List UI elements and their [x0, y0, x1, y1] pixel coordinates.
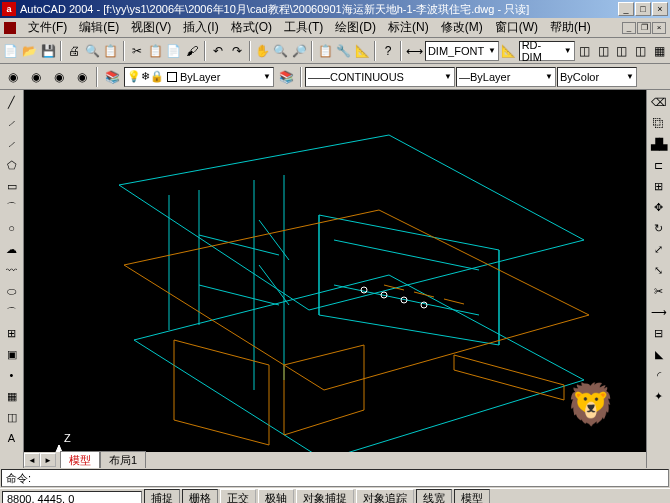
scroll-right[interactable]: ►	[40, 453, 56, 467]
extend-icon[interactable]: ⟶	[649, 302, 669, 322]
polygon-icon[interactable]: ⬠	[2, 155, 22, 175]
dimstyle-combo[interactable]: DIM_FONT▼	[425, 41, 499, 61]
zoom2-icon[interactable]: 🔎	[291, 40, 309, 62]
point-icon[interactable]: •	[2, 365, 22, 385]
match-icon[interactable]: 🖌	[184, 40, 202, 62]
tb1-icon[interactable]: ◫	[576, 40, 594, 62]
linetype-combo[interactable]: —— CONTINUOUS▼	[305, 67, 455, 87]
redo-icon[interactable]: ↷	[228, 40, 246, 62]
print-icon[interactable]: 🖨	[65, 40, 83, 62]
hatch-icon[interactable]: ▦	[2, 386, 22, 406]
layer4-icon[interactable]: ◉	[71, 66, 93, 88]
chamfer-icon[interactable]: ◣	[649, 344, 669, 364]
drawing-canvas[interactable]: Z X Y 🦁 ◄ ► 模型 布局1	[24, 90, 646, 468]
dimstyle2-combo[interactable]: RD-DIM▼	[519, 41, 575, 61]
mdi-close[interactable]: ×	[652, 22, 666, 34]
color-combo[interactable]: ByColor▼	[557, 67, 637, 87]
menu-draw[interactable]: 绘图(D)	[329, 17, 382, 38]
grid-toggle[interactable]: 栅格	[182, 489, 218, 503]
menu-insert[interactable]: 插入(I)	[177, 17, 224, 38]
erase-icon[interactable]: ⌫	[649, 92, 669, 112]
scroll-left[interactable]: ◄	[24, 453, 40, 467]
preview-icon[interactable]: 🔍	[84, 40, 102, 62]
paste-icon[interactable]: 📄	[165, 40, 183, 62]
lwt-toggle[interactable]: 线宽	[416, 489, 452, 503]
fillet-icon[interactable]: ◜	[649, 365, 669, 385]
snap-toggle[interactable]: 捕捉	[144, 489, 180, 503]
menu-dimension[interactable]: 标注(N)	[382, 17, 435, 38]
menu-view[interactable]: 视图(V)	[125, 17, 177, 38]
menu-modify[interactable]: 修改(M)	[435, 17, 489, 38]
dim2-icon[interactable]: 📐	[500, 40, 518, 62]
text-icon[interactable]: A	[2, 428, 22, 448]
mirror-icon[interactable]: ▟▙	[649, 134, 669, 154]
undo-icon[interactable]: ↶	[209, 40, 227, 62]
command-line[interactable]: 命令:	[1, 469, 669, 487]
ellipse-icon[interactable]: ⬭	[2, 281, 22, 301]
close-button[interactable]: ×	[652, 2, 668, 16]
circle-icon[interactable]: ○	[2, 218, 22, 238]
menu-edit[interactable]: 编辑(E)	[73, 17, 125, 38]
move-icon[interactable]: ✥	[649, 197, 669, 217]
menu-window[interactable]: 窗口(W)	[489, 17, 544, 38]
layer3-icon[interactable]: ◉	[48, 66, 70, 88]
zoom-icon[interactable]: 🔍	[272, 40, 290, 62]
arc-icon[interactable]: ⌒	[2, 197, 22, 217]
tb5-icon[interactable]: ▦	[650, 40, 668, 62]
pan-icon[interactable]: ✋	[254, 40, 272, 62]
publish-icon[interactable]: 📋	[102, 40, 120, 62]
minimize-button[interactable]: _	[618, 2, 634, 16]
block-icon[interactable]: ▣	[2, 344, 22, 364]
props-icon[interactable]: 📋	[316, 40, 334, 62]
lineweight-combo[interactable]: — ByLayer▼	[456, 67, 556, 87]
offset-icon[interactable]: ⊏	[649, 155, 669, 175]
menu-file[interactable]: 文件(F)	[22, 17, 73, 38]
dc-icon[interactable]: 🔧	[335, 40, 353, 62]
ellipsearc-icon[interactable]: ⌒	[2, 302, 22, 322]
layermgr-icon[interactable]: 📚	[101, 66, 123, 88]
layer-combo[interactable]: 💡❄🔒ByLayer▼	[124, 67, 274, 87]
tp-icon[interactable]: 📐	[354, 40, 372, 62]
copy2-icon[interactable]: ⿻	[649, 113, 669, 133]
rect-icon[interactable]: ▭	[2, 176, 22, 196]
region-icon[interactable]: ◫	[2, 407, 22, 427]
stretch-icon[interactable]: ⤡	[649, 260, 669, 280]
osnap-toggle[interactable]: 对象捕捉	[296, 489, 354, 503]
spline-icon[interactable]: 〰	[2, 260, 22, 280]
layer1-icon[interactable]: ◉	[2, 66, 24, 88]
revcloud-icon[interactable]: ☁	[2, 239, 22, 259]
pline-icon[interactable]: ⟋	[2, 134, 22, 154]
polar-toggle[interactable]: 极轴	[258, 489, 294, 503]
explode-icon[interactable]: ✦	[649, 386, 669, 406]
cut-icon[interactable]: ✂	[128, 40, 146, 62]
tb3-icon[interactable]: ◫	[613, 40, 631, 62]
layerstate-icon[interactable]: 📚	[275, 66, 297, 88]
rotate-icon[interactable]: ↻	[649, 218, 669, 238]
menu-tools[interactable]: 工具(T)	[278, 17, 329, 38]
assistant-lion-icon[interactable]: 🦁	[566, 381, 616, 428]
insert-icon[interactable]: ⊞	[2, 323, 22, 343]
layer2-icon[interactable]: ◉	[25, 66, 47, 88]
tb2-icon[interactable]: ◫	[594, 40, 612, 62]
xline-icon[interactable]: ⟋	[2, 113, 22, 133]
tab-model[interactable]: 模型	[60, 451, 100, 469]
otrack-toggle[interactable]: 对象追踪	[356, 489, 414, 503]
open-icon[interactable]: 📂	[21, 40, 39, 62]
scale-icon[interactable]: ⤢	[649, 239, 669, 259]
mdi-icon[interactable]	[4, 22, 16, 34]
tb4-icon[interactable]: ◫	[632, 40, 650, 62]
break-icon[interactable]: ⊟	[649, 323, 669, 343]
maximize-button[interactable]: □	[635, 2, 651, 16]
menu-format[interactable]: 格式(O)	[225, 17, 278, 38]
new-icon[interactable]: 📄	[2, 40, 20, 62]
copy-icon[interactable]: 📋	[146, 40, 164, 62]
menu-help[interactable]: 帮助(H)	[544, 17, 597, 38]
model-toggle[interactable]: 模型	[454, 489, 490, 503]
array-icon[interactable]: ⊞	[649, 176, 669, 196]
mdi-minimize[interactable]: _	[622, 22, 636, 34]
mdi-restore[interactable]: ❐	[637, 22, 651, 34]
dim-icon[interactable]: ⟷	[405, 40, 424, 62]
tab-layout1[interactable]: 布局1	[100, 451, 146, 469]
line-icon[interactable]: ╱	[2, 92, 22, 112]
ortho-toggle[interactable]: 正交	[220, 489, 256, 503]
